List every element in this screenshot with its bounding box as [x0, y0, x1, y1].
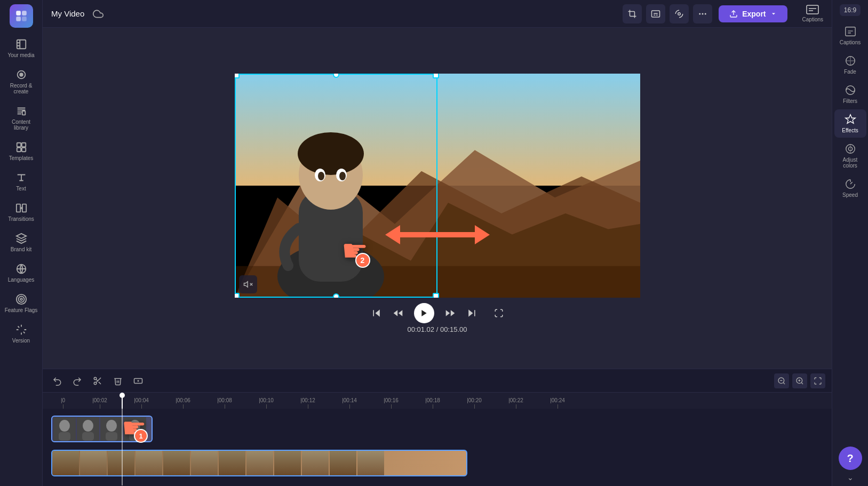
rs-label-captions: Captions	[840, 39, 861, 45]
add-to-timeline-button[interactable]	[130, 373, 146, 389]
svg-point-35	[318, 172, 324, 180]
playhead[interactable]	[122, 393, 123, 409]
bg-thumb-1	[52, 451, 79, 475]
bg-thumb-10	[302, 451, 329, 475]
arrow-annotation	[385, 225, 490, 244]
svg-marker-42	[393, 310, 397, 316]
svg-line-52	[99, 381, 101, 384]
bg-thumb-7	[219, 451, 245, 475]
canvas-area: ☛ 2	[43, 28, 832, 369]
zoom-in-button[interactable]	[792, 373, 807, 388]
svg-point-50	[94, 382, 97, 385]
arrow-head-left	[385, 225, 400, 244]
track-row-video	[47, 413, 832, 445]
svg-rect-0	[16, 11, 21, 15]
svg-rect-1	[22, 11, 27, 15]
sidebar-item-languages[interactable]: Languages	[3, 259, 40, 287]
video-canvas-wrapper: ☛ 2	[235, 63, 640, 333]
skip-to-end-button[interactable]	[466, 308, 477, 318]
help-button[interactable]: ?	[839, 447, 862, 470]
tracks-container: ☛ 1	[43, 409, 832, 485]
svg-rect-2	[16, 17, 21, 21]
cloud-save-icon[interactable]	[93, 9, 103, 19]
ruler-mark-10: |00:20	[453, 397, 495, 409]
svg-point-21	[702, 13, 703, 14]
sidebar-item-brand-kit[interactable]: Brand kit	[3, 228, 40, 257]
thumb-2	[77, 417, 99, 441]
svg-point-16	[18, 297, 24, 302]
export-button[interactable]: Export	[719, 5, 787, 22]
sidebar-item-templates[interactable]: Templates	[3, 137, 40, 165]
unmute-button[interactable]	[239, 275, 257, 293]
rs-item-captions[interactable]: Captions	[834, 21, 866, 50]
play-pause-button[interactable]	[414, 303, 434, 323]
bg-thumb-3	[108, 451, 134, 475]
undo-button[interactable]	[49, 373, 65, 389]
svg-line-56	[783, 383, 785, 384]
delete-button[interactable]	[110, 373, 126, 389]
rs-item-fade[interactable]: Fade	[834, 51, 866, 79]
focus-tool-button[interactable]	[670, 4, 689, 23]
background-clip[interactable]	[51, 450, 467, 476]
rs-item-filters[interactable]: Filters	[834, 80, 866, 108]
crop-tool-button[interactable]	[623, 4, 642, 23]
rs-item-effects[interactable]: Effects	[834, 109, 866, 138]
sidebar-label-templates: Templates	[9, 155, 34, 161]
svg-point-22	[705, 13, 706, 14]
bg-thumb-12	[357, 451, 384, 475]
bg-thumb-4	[136, 451, 162, 475]
thumb-3	[100, 417, 123, 441]
rs-label-filters: Filters	[843, 98, 857, 104]
time-display: 00:01.02 / 00:15.00	[407, 325, 467, 333]
app-logo[interactable]	[10, 4, 33, 28]
svg-line-59	[801, 383, 803, 384]
rs-label-adjust-colors: Adjust colors	[837, 157, 864, 169]
bg-thumb-6	[191, 451, 218, 475]
fast-forward-button[interactable]	[445, 308, 456, 318]
rs-label-speed: Speed	[842, 192, 858, 198]
sidebar-label-record-create: Record & create	[5, 83, 38, 94]
sidebar-item-content-library[interactable]: Content library	[3, 101, 40, 135]
svg-marker-43	[398, 310, 402, 316]
subtitles-tool-button[interactable]	[646, 4, 665, 23]
sidebar-item-transitions[interactable]: Transitions	[3, 198, 40, 226]
svg-rect-10	[17, 148, 20, 152]
rs-item-speed[interactable]: Speed	[834, 174, 866, 202]
svg-line-53	[96, 379, 98, 381]
project-title[interactable]: My Video	[51, 9, 84, 18]
fullscreen-button[interactable]	[494, 308, 504, 318]
skip-to-start-button[interactable]	[371, 308, 382, 318]
sidebar-item-record-create[interactable]: Record & create	[3, 65, 40, 99]
more-options-button[interactable]	[693, 4, 712, 23]
sidebar-label-transitions: Transitions	[8, 216, 34, 222]
aspect-ratio-badge[interactable]: 16:9	[840, 4, 861, 16]
rs-collapse-button[interactable]: ⌄	[847, 473, 854, 482]
svg-marker-37	[244, 282, 248, 288]
sidebar-item-your-media[interactable]: Your media	[3, 34, 40, 62]
rs-label-fade: Fade	[844, 69, 856, 75]
rs-item-adjust-colors[interactable]: Adjust colors	[834, 139, 866, 173]
sidebar-label-version: Version	[12, 338, 30, 344]
sidebar-item-text[interactable]: Text	[3, 168, 40, 196]
svg-point-6	[20, 73, 23, 76]
sidebar-item-version[interactable]: Version	[3, 320, 40, 348]
ruler-mark-5: |00:10	[245, 397, 287, 409]
cursor-badge-2: 2	[355, 253, 370, 268]
cut-button[interactable]	[90, 373, 106, 389]
playhead-dot	[120, 393, 125, 398]
sidebar-item-feature-flags[interactable]: Feature Flags	[3, 289, 40, 317]
svg-rect-7	[22, 111, 25, 115]
zoom-out-button[interactable]	[774, 373, 789, 388]
svg-marker-45	[450, 310, 455, 316]
sidebar-label-languages: Languages	[8, 277, 35, 283]
topbar: My Video	[43, 0, 832, 28]
bg-thumb-5	[163, 451, 190, 475]
ruler-mark-11: |00:22	[495, 397, 537, 409]
fit-timeline-button[interactable]	[810, 373, 825, 388]
svg-marker-46	[445, 310, 450, 316]
rewind-button[interactable]	[393, 308, 403, 318]
svg-rect-64	[59, 432, 70, 441]
svg-rect-74	[845, 27, 855, 36]
ruler-marks: |0 |00:02 |00:04	[47, 397, 827, 409]
redo-button[interactable]	[69, 373, 85, 389]
